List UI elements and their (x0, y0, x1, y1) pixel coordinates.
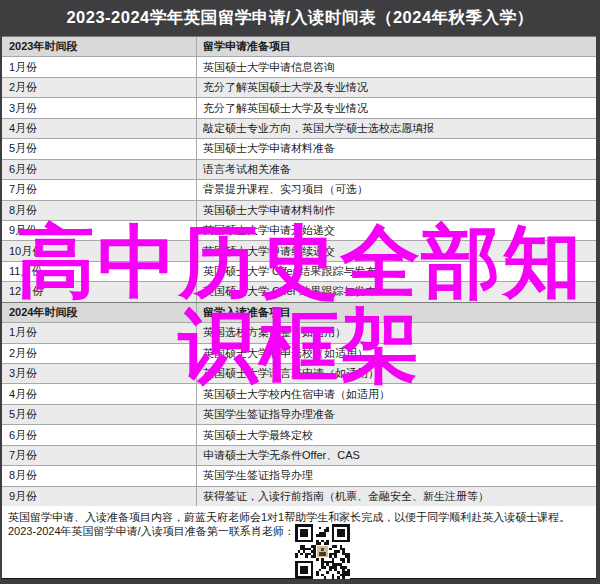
table-row-period: 9月份 (2, 221, 197, 240)
table-row-period: 9月份 (2, 487, 197, 506)
section-0-header: 2023年时间段留学申请准备项目 (2, 36, 596, 56)
table-row: 8月份英国学生签证指导办理 (2, 465, 596, 485)
footer-line2: 2023-2024年英国留学申请/入读项目准备第一联系肖老师： (8, 524, 295, 538)
table-row-task: 语言考试相关准备 (197, 160, 596, 179)
table-row-period: 8月份 (2, 466, 197, 485)
table-row-task: 英国学生签证指导办理 (197, 466, 596, 485)
table-row-period: 6月份 (2, 160, 197, 179)
table-row-task: 英国硕士大学 Offer 结果跟踪与发布 (197, 262, 596, 281)
table-row: 10月份英国硕士大学申请继续递交 (2, 240, 596, 260)
table-row-task: 充分了解英国硕士大学及专业情况 (197, 78, 596, 97)
table-row-task: 申请硕士大学无条件Offer、CAS (197, 446, 596, 465)
table-row-period: 7月份 (2, 446, 197, 465)
table-row-task: 敲定硕士专业方向，英国大学硕士选校志愿填报 (197, 119, 596, 138)
table-row-task: 英国硕士大学 Offer 结果跟踪与发布 (197, 282, 596, 301)
table-row: 7月份背景提升课程、实习项目（可选） (2, 179, 596, 199)
table-row-task: 英国硕士大学申请材料制作 (197, 201, 596, 220)
table-row-task: 英国学生签证指导办理准备 (197, 405, 596, 424)
table-row: 5月份英国硕士大学申请材料准备 (2, 138, 596, 158)
table-row-period: 2月份 (2, 344, 197, 363)
table-row: 5月份英国学生签证指导办理准备 (2, 404, 596, 424)
page-title: 2023-2024学年英国留学申请/入读时间表（2024年秋季入学） (66, 7, 533, 29)
table-row-period: 5月份 (2, 139, 197, 158)
table-row-task: 英国硕士大学申请材料准备 (197, 139, 596, 158)
table-row-task: 英国硕士大学申请开始递交 (197, 221, 596, 240)
table-row-task: 英国硕士大学校内住宿申请（如适用） (197, 384, 596, 403)
table-row-period: 5月份 (2, 405, 197, 424)
table-row-period: 1月份 (2, 323, 197, 342)
table-row-period: 10月份 (2, 241, 197, 260)
table-row-task: 英国选校方案调整（如适用） (197, 323, 596, 342)
table-row: 4月份敲定硕士专业方向，英国大学硕士选校志愿填报 (2, 118, 596, 138)
table-row-task: 背景提升课程、实习项目（可选） (197, 180, 596, 199)
table-row-period: 3月份 (2, 364, 197, 383)
section-1-header-task: 留学入读准备项目 (197, 303, 596, 322)
table-row: 1月份英国选校方案调整（如适用） (2, 322, 596, 342)
timeline-table: 2023年时间段留学申请准备项目1月份英国硕士大学申请信息咨询2月份充分了解英国… (2, 36, 596, 506)
table-row-task: 英国硕士大学申请继续递交 (197, 241, 596, 260)
table-row: 2月份充分了解英国硕士大学及专业情况 (2, 77, 596, 97)
section-0-header-task: 留学申请准备项目 (197, 37, 596, 56)
table-row-period: 8月份 (2, 201, 197, 220)
table-row: 12月份英国硕士大学 Offer 结果跟踪与发布 (2, 281, 596, 301)
table-row: 7月份申请硕士大学无条件Offer、CAS (2, 445, 596, 465)
table-row-task: 获得签证，入读行前指南（机票、金融安全、新生注册等） (197, 487, 596, 506)
table-row: 9月份获得签证，入读行前指南（机票、金融安全、新生注册等） (2, 486, 596, 506)
table-row: 4月份英国硕士大学校内住宿申请（如适用） (2, 383, 596, 403)
page: 2023-2024学年英国留学申请/入读时间表（2024年秋季入学） 2023年… (0, 0, 600, 579)
table-row-period: 12月份 (2, 282, 197, 301)
table-row: 3月份充分了解英国硕士大学及专业情况 (2, 97, 596, 117)
table-row-task: 英国硕士大学补申选校（如适用） (197, 344, 596, 363)
table-row-task: 英国硕士大学申请信息咨询 (197, 57, 596, 76)
table-row-period: 6月份 (2, 425, 197, 444)
title-bar: 2023-2024学年英国留学申请/入读时间表（2024年秋季入学） (0, 0, 600, 36)
table-row-period: 4月份 (2, 119, 197, 138)
section-0-header-period: 2023年时间段 (2, 37, 197, 56)
table-row-period: 1月份 (2, 57, 197, 76)
table-row: 3月份英国硕士大学语言班申请（如适用） (2, 363, 596, 383)
section-1-header-period: 2024年时间段 (2, 303, 197, 322)
qr-code (295, 524, 350, 579)
table-row-task: 英国硕士大学语言班申请（如适用） (197, 364, 596, 383)
table-row: 2月份英国硕士大学补申选校（如适用） (2, 343, 596, 363)
table-row: 8月份英国硕士大学申请材料制作 (2, 200, 596, 220)
table-row-period: 4月份 (2, 384, 197, 403)
table-row: 1月份英国硕士大学申请信息咨询 (2, 56, 596, 76)
table-row-period: 2月份 (2, 78, 197, 97)
footer-line1: 英国留学申请、入读准备项目内容，蔚蓝天府老师会1对1帮助学生和家长完成，以便于同… (8, 510, 590, 524)
table-row-task: 英国硕士大学最终定校 (197, 425, 596, 444)
table-row: 6月份英国硕士大学最终定校 (2, 424, 596, 444)
table-row-period: 7月份 (2, 180, 197, 199)
table-row: 11月份英国硕士大学 Offer 结果跟踪与发布 (2, 261, 596, 281)
table-row-period: 3月份 (2, 98, 197, 117)
table-row-task: 充分了解英国硕士大学及专业情况 (197, 98, 596, 117)
table-row-period: 11月份 (2, 262, 197, 281)
table-row: 9月份英国硕士大学申请开始递交 (2, 220, 596, 240)
table-row: 6月份语言考试相关准备 (2, 159, 596, 179)
section-1-header: 2024年时间段留学入读准备项目 (2, 302, 596, 322)
footer-note: 英国留学申请、入读准备项目内容，蔚蓝天府老师会1对1帮助学生和家长完成，以便于同… (2, 506, 596, 579)
